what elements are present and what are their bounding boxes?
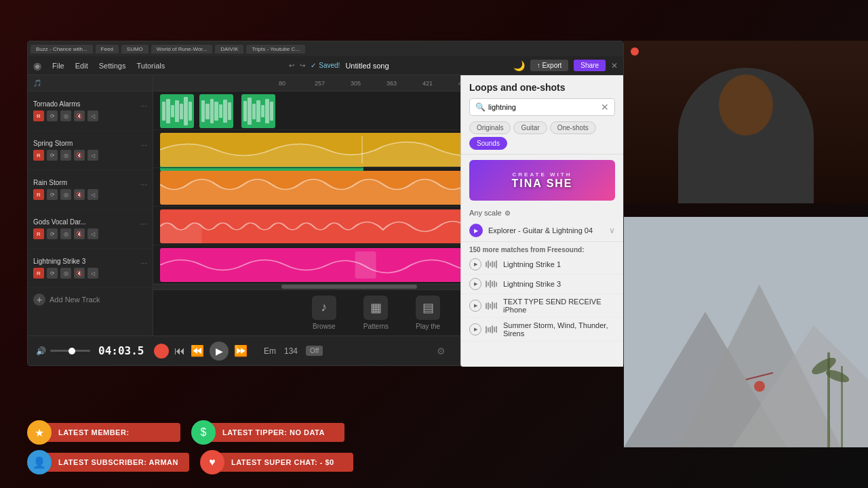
track-dots-1[interactable]: ··· xyxy=(140,101,147,110)
track-dots-4[interactable]: ··· xyxy=(140,219,147,228)
redo-icon[interactable]: ↪ xyxy=(300,62,305,69)
browser-tab-6[interactable]: Tripts - Youtube C... xyxy=(246,45,304,54)
volume-slider[interactable]: 🔊 xyxy=(36,346,90,356)
browse-button[interactable]: ♪ Browse xyxy=(312,296,336,330)
clip-drums-1a[interactable] xyxy=(160,94,194,128)
add-track-label: Add New Track xyxy=(50,296,100,304)
sound-play-btn-3[interactable]: ▶ xyxy=(469,300,481,312)
track-controls-1: R ⟳ ◎ 🔇 ◁ xyxy=(33,110,147,121)
track-dots-5[interactable]: ··· xyxy=(140,258,147,268)
export-button[interactable]: ↑ Export xyxy=(530,60,569,71)
dollar-badge-icon: $ xyxy=(191,420,216,445)
track-rec-4[interactable]: R xyxy=(33,228,44,239)
search-input[interactable] xyxy=(488,103,601,111)
sound-play-btn-2[interactable]: ▶ xyxy=(469,278,481,290)
track-vol-4[interactable]: ◎ xyxy=(60,228,71,239)
daw-window: Buzz - Chance with... Feed SUMO World of… xyxy=(27,41,624,366)
theme-icon[interactable]: 🌙 xyxy=(513,60,525,71)
clip-drums-1b[interactable] xyxy=(199,94,233,128)
menu-settings[interactable]: Settings xyxy=(99,62,126,70)
record-button[interactable] xyxy=(154,344,169,359)
track-header-2: Spring Storm ··· R ⟳ ◎ 🔇 ◁ xyxy=(28,131,153,170)
mountain-illustration xyxy=(624,217,868,447)
sound-play-btn-1[interactable]: ▶ xyxy=(469,258,481,270)
track-solo-4[interactable]: ◁ xyxy=(87,228,98,239)
back-skip-button[interactable]: ⏮ xyxy=(174,345,185,357)
menu-tutorials[interactable]: Tutorials xyxy=(136,62,165,70)
play-the-button[interactable]: ▤ Play the xyxy=(416,296,440,330)
filter-guitar[interactable]: Guitar xyxy=(513,121,547,134)
scroll-thumb[interactable] xyxy=(281,285,417,289)
track-dots-3[interactable]: ··· xyxy=(140,180,147,189)
menu-right: 🌙 ↑ Export Share ✕ xyxy=(513,60,618,71)
track-headers: Tornado Alarms ··· R ⟳ ◎ 🔇 ◁ Spring Stor… xyxy=(28,92,153,336)
track-dots-2[interactable]: ··· xyxy=(140,140,147,150)
forward-button[interactable]: ⏩ xyxy=(234,344,248,357)
sound-item-3[interactable]: ▶ TEXT TYPE SEND RECEIVE iPhone xyxy=(461,294,623,318)
browser-tab-1[interactable]: Buzz - Chance with... xyxy=(31,45,93,54)
track-solo-1[interactable]: ◁ xyxy=(87,110,98,121)
undo-icon[interactable]: ↩ xyxy=(289,62,294,69)
track-vol-2[interactable]: ◎ xyxy=(60,150,71,161)
menu-edit[interactable]: Edit xyxy=(75,62,88,70)
track-mute-4[interactable]: 🔇 xyxy=(74,228,85,239)
latest-subscriber-text: Latest Subscriber: Arman xyxy=(58,458,178,466)
scale-icon[interactable]: ⚙ xyxy=(505,209,511,217)
browser-tabs-bar: Buzz - Chance with... Feed SUMO World of… xyxy=(28,41,623,56)
volume-track[interactable] xyxy=(50,350,90,352)
featured-chevron-icon[interactable]: ∨ xyxy=(609,226,615,235)
add-track-button[interactable]: + Add New Track xyxy=(28,288,153,311)
track-mute-5[interactable]: 🔇 xyxy=(74,268,85,279)
track-solo-3[interactable]: ◁ xyxy=(87,189,98,200)
track-solo-5[interactable]: ◁ xyxy=(87,268,98,279)
banner[interactable]: CREATE WITH TINA SHE xyxy=(469,160,615,201)
browser-tab-5[interactable]: DAIVIK xyxy=(215,45,243,54)
filter-oneshots[interactable]: One-shots xyxy=(550,121,596,134)
browser-tab-3[interactable]: SUMO xyxy=(121,45,149,54)
latest-superchat-bg: Latest super chat: - $0 xyxy=(218,453,353,472)
track-mute-3[interactable]: 🔇 xyxy=(74,189,85,200)
off-badge[interactable]: Off xyxy=(306,346,323,356)
play-button[interactable]: ▶ xyxy=(210,342,229,361)
search-icon: 🔍 xyxy=(475,102,486,112)
track-tune-4[interactable]: ⟳ xyxy=(47,228,58,239)
track-vol-3[interactable]: ◎ xyxy=(60,189,71,200)
transport-settings-icon[interactable]: ⚙ xyxy=(437,346,446,357)
close-panel-icon[interactable]: ✕ xyxy=(611,61,618,70)
track-mute-2[interactable]: 🔇 xyxy=(74,150,85,161)
search-box[interactable]: 🔍 ✕ xyxy=(469,98,615,116)
clip-drums-1c[interactable] xyxy=(241,94,275,128)
volume-thumb[interactable] xyxy=(68,348,75,354)
filter-sounds[interactable]: Sounds xyxy=(469,137,507,150)
more-matches-label: 150 more matches from Freesound: xyxy=(461,242,623,255)
featured-play-button[interactable]: ▶ xyxy=(469,224,483,237)
browser-tab-2[interactable]: Feed xyxy=(96,45,119,54)
track-rec-1[interactable]: R xyxy=(33,110,44,121)
patterns-button[interactable]: ▦ Patterns xyxy=(363,296,389,330)
track-rec-5[interactable]: R xyxy=(33,268,44,279)
sound-item-1[interactable]: ▶ Lightning Strike 1 xyxy=(461,255,623,274)
track-tune-2[interactable]: ⟳ xyxy=(47,150,58,161)
metronome-icon[interactable]: 🎵 xyxy=(33,79,41,87)
track-rec-2[interactable]: R xyxy=(33,150,44,161)
loops-panel: Loops and one-shots 🔍 ✕ Originals Guitar… xyxy=(460,92,623,336)
track-mute-1[interactable]: 🔇 xyxy=(74,110,85,121)
sound-item-2[interactable]: ▶ Lightning Strike 3 xyxy=(461,274,623,294)
track-vol-5[interactable]: ◎ xyxy=(60,268,71,279)
share-button[interactable]: Share xyxy=(574,60,606,71)
search-clear-icon[interactable]: ✕ xyxy=(601,102,609,113)
menu-file[interactable]: File xyxy=(52,62,64,70)
browser-tab-4[interactable]: World of Rune-Wor... xyxy=(151,45,212,54)
sound-item-4[interactable]: ▶ Summer Storm, Wind, Thunder, Sirens xyxy=(461,318,623,336)
track-tune-5[interactable]: ⟳ xyxy=(47,268,58,279)
sound-play-btn-4[interactable]: ▶ xyxy=(469,323,481,336)
track-tune-3[interactable]: ⟳ xyxy=(47,189,58,200)
filter-originals[interactable]: Originals xyxy=(469,121,511,134)
track-vol-1[interactable]: ◎ xyxy=(60,110,71,121)
overlay-item-superchat: ♥ Latest super chat: - $0 xyxy=(200,450,353,474)
rewind-button[interactable]: ⏪ xyxy=(191,344,204,357)
track-tune-1[interactable]: ⟳ xyxy=(47,110,58,121)
track-solo-2[interactable]: ◁ xyxy=(87,150,98,161)
featured-track[interactable]: ▶ Explorer - Guitar & Lightning 04 ∨ xyxy=(461,220,623,242)
track-rec-3[interactable]: R xyxy=(33,189,44,200)
